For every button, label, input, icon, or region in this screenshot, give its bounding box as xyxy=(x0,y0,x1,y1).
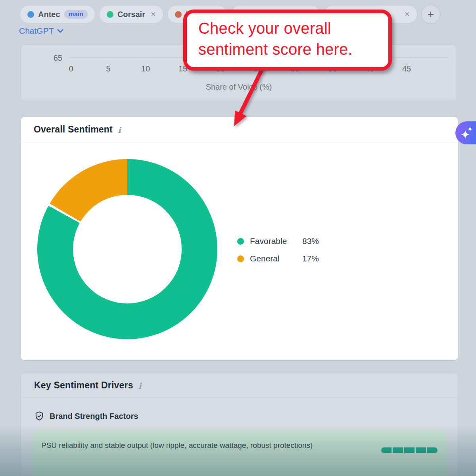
overall-sentiment-card: Overall Sentiment i Favorable 83% Genera… xyxy=(21,117,458,360)
x-axis-tick: 25 xyxy=(246,64,270,73)
driver-list-item[interactable]: PSU reliability and stable output (low r… xyxy=(33,431,446,476)
main-brand-badge: main xyxy=(64,10,88,19)
brand-color-dot xyxy=(27,11,34,18)
brand-chips-row: Antec main Corsair × Nz × + xyxy=(20,5,440,24)
x-axis-tick: 0 xyxy=(59,64,83,73)
share-of-voice-chart-card: 65 0 5 10 15 20 25 30 35 40 45 Share of … xyxy=(21,44,457,101)
donut-hole xyxy=(73,195,182,303)
brand-color-dot xyxy=(107,11,113,18)
remove-chip-icon[interactable]: × xyxy=(151,9,156,19)
overall-sentiment-header: Overall Sentiment i xyxy=(21,117,458,142)
sentiment-dashboard-page: Antec main Corsair × Nz × + ChatGPT xyxy=(0,0,476,476)
brand-chip-hidden[interactable]: × xyxy=(324,5,417,23)
strength-segment xyxy=(404,447,415,453)
strength-segment xyxy=(416,447,426,453)
model-selector-value: ChatGPT xyxy=(19,26,54,36)
y-axis-tick-label: 65 xyxy=(46,54,62,63)
key-sentiment-drivers-card: Key Sentiment Drivers i Brand Strength F… xyxy=(21,373,458,476)
card-title: Overall Sentiment xyxy=(34,124,113,135)
x-axis-tick: 20 xyxy=(209,64,232,73)
strength-segment xyxy=(427,447,438,453)
add-brand-button[interactable]: + xyxy=(421,5,440,24)
section-title: Brand Strength Factors xyxy=(50,412,138,421)
donut-legend: Favorable 83% General 17% xyxy=(237,232,319,267)
brand-chip-corsair[interactable]: Corsair × xyxy=(99,5,163,23)
brand-chip-hidden[interactable] xyxy=(231,5,320,23)
ai-assistant-button[interactable] xyxy=(455,121,476,144)
plus-icon: + xyxy=(428,8,434,21)
sparkles-icon xyxy=(459,125,476,141)
x-axis-title: Share of Voice (%) xyxy=(21,83,457,92)
x-axis-tick: 40 xyxy=(358,64,382,73)
x-axis-tick: 10 xyxy=(134,64,157,73)
x-axis-tick: 15 xyxy=(171,64,195,73)
sentiment-donut-chart xyxy=(37,159,217,339)
legend-row-general: General 17% xyxy=(237,250,319,267)
x-axis-tick: 30 xyxy=(283,64,307,73)
x-axis-tick: 35 xyxy=(321,64,344,73)
driver-text: PSU reliability and stable output (low r… xyxy=(41,439,351,452)
brand-chip-partially-hidden[interactable]: Nz xyxy=(167,5,227,23)
legend-dot-general xyxy=(237,255,244,262)
strength-segment xyxy=(381,447,392,453)
legend-value: 17% xyxy=(302,254,319,263)
x-axis-tick: 5 xyxy=(96,64,120,73)
remove-chip-icon[interactable]: × xyxy=(405,9,410,19)
brand-chip-label: Nz xyxy=(186,10,195,19)
legend-value: 83% xyxy=(302,236,319,246)
legend-row-favorable: Favorable 83% xyxy=(237,232,319,250)
brand-chip-label: Antec xyxy=(38,10,60,19)
badge-check-shield-icon xyxy=(34,411,44,421)
card-title: Key Sentiment Drivers xyxy=(34,380,133,391)
gridline xyxy=(70,58,449,58)
legend-dot-favorable xyxy=(237,238,244,245)
x-axis-tick: 45 xyxy=(395,64,418,73)
info-icon[interactable]: i xyxy=(118,125,121,134)
brand-chip-antec[interactable]: Antec main xyxy=(20,5,95,23)
chevron-down-icon xyxy=(57,29,63,33)
brand-chip-label: Corsair xyxy=(117,10,145,19)
info-icon[interactable]: i xyxy=(138,381,142,390)
brand-strength-section-row: Brand Strength Factors xyxy=(21,398,458,421)
key-drivers-header: Key Sentiment Drivers i xyxy=(21,373,458,398)
legend-label: Favorable xyxy=(250,236,302,246)
brand-color-dot xyxy=(175,11,182,18)
strength-indicator-bar xyxy=(381,447,438,453)
llm-model-selector[interactable]: ChatGPT xyxy=(19,26,63,36)
strength-segment xyxy=(393,447,403,453)
legend-label: General xyxy=(250,254,302,263)
